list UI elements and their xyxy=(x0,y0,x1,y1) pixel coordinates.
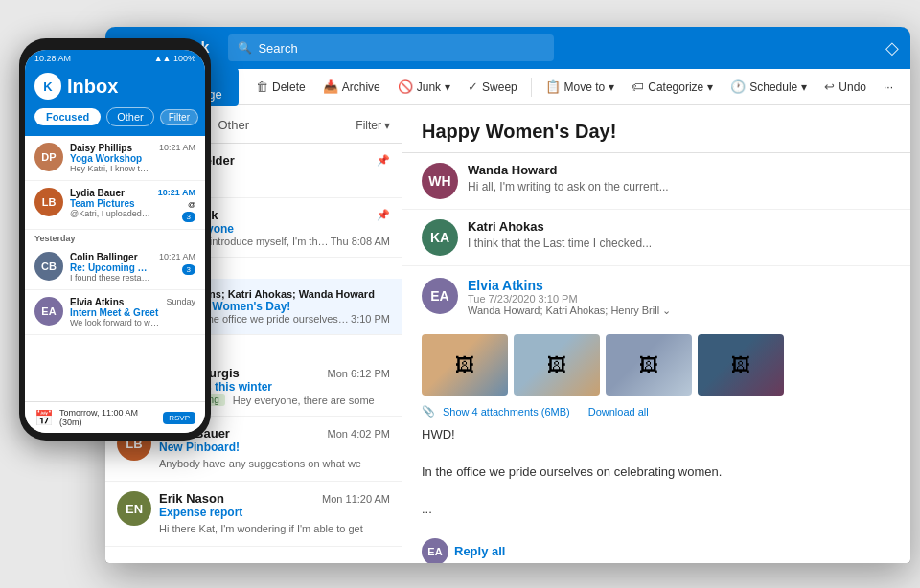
undo-label: Undo xyxy=(839,80,866,94)
sweep-icon: ✓ xyxy=(468,79,478,94)
conv-item-katri[interactable]: KA Katri Ahokas I think that the Last ti… xyxy=(402,210,910,266)
image-attachments: 🖼 🖼 🖼 🖼 xyxy=(422,334,891,396)
search-icon: 🔍 xyxy=(238,41,252,55)
phone-footer-icon: 📅 xyxy=(34,409,54,427)
conv-to-expand-icon: ⌄ xyxy=(662,305,671,316)
avatar-wanda: WH xyxy=(422,163,458,199)
conv-sender-info: Elvia Atkins Tue 7/23/2020 3:10 PM Wanda… xyxy=(468,278,671,325)
attachment-paperclip-icon: 📎 xyxy=(422,405,435,418)
move-to-label: Move to xyxy=(564,80,606,94)
phone-mail-time-elvia: Sunday xyxy=(166,297,196,306)
phone-tab-other[interactable]: Other xyxy=(106,107,154,126)
phone-header: K Inbox Focused Other Filter xyxy=(25,65,205,136)
conv-content-katri: Katri Ahokas I think that the Last time … xyxy=(468,219,891,251)
phone-mail-subject-daisy: Yoga Workshop xyxy=(70,153,152,164)
conv-sender-name: Elvia Atkins xyxy=(468,278,671,293)
search-bar[interactable]: 🔍 Search xyxy=(228,34,554,61)
body-line-3: ... xyxy=(422,500,891,519)
search-placeholder: Search xyxy=(258,41,297,56)
phone-count-badge-colin: 3 xyxy=(182,264,196,275)
delete-button[interactable]: 🗑 Delete xyxy=(248,76,313,98)
phone-profile-avatar: K xyxy=(34,73,61,100)
email-time-6: Mon 11:20 AM xyxy=(322,493,390,505)
conv-sender-date: Tue 7/23/2020 3:10 PM xyxy=(468,293,671,305)
email-item-6[interactable]: EN Erik Nason Mon 11:20 AM Expense repor… xyxy=(105,482,402,547)
phone-filter-btn[interactable]: Filter xyxy=(160,109,198,125)
tab-other[interactable]: Other xyxy=(208,114,259,136)
phone-rsvp-button[interactable]: RSVP xyxy=(163,412,196,424)
archive-label: Archive xyxy=(342,80,380,94)
mobile-phone: 10:28 AM ▲▲ 100% K Inbox Focused Other F… xyxy=(19,38,211,441)
schedule-button[interactable]: 🕐 Schedule ▾ xyxy=(723,76,815,98)
delete-icon: 🗑 xyxy=(256,79,268,94)
email-preview-6: Hi there Kat, I'm wondering if I'm able … xyxy=(159,523,363,534)
archive-button[interactable]: 📥 Archive xyxy=(315,76,388,98)
desktop-screen: Outlook 🔍 Search ◇ ☰ ✏ New message 🗑 Del… xyxy=(105,27,910,563)
filter-button[interactable]: Filter ▾ xyxy=(356,119,390,132)
phone-mail-item-daisy[interactable]: DP Daisy Phillips Yoga Workshop Hey Katr… xyxy=(25,136,205,181)
phone-inbox-title: K Inbox xyxy=(34,73,196,100)
phone-signal: ▲▲ 100% xyxy=(154,54,196,63)
attachment-separator xyxy=(578,406,581,418)
reading-pane-header: Happy Women's Day! xyxy=(402,105,910,153)
move-to-icon: 📋 xyxy=(545,79,561,94)
show-attachments-link[interactable]: Show 4 attachments (6MB) xyxy=(443,406,570,418)
conv-expanded-elvia: EA Elvia Atkins Tue 7/23/2020 3:10 PM Wa… xyxy=(402,266,910,531)
phone-mail-item-elvia[interactable]: EA Elvia Atkins Intern Meet & Greet We l… xyxy=(25,290,205,335)
avatar-erik: EN xyxy=(117,491,151,526)
phone-mail-content-colin: Colin Ballinger Re: Upcoming Trip I foun… xyxy=(70,252,152,283)
phone-mail-item-colin[interactable]: CB Colin Ballinger Re: Upcoming Trip I f… xyxy=(25,245,205,290)
categorize-button[interactable]: 🏷 Categorize ▾ xyxy=(624,76,721,98)
conv-name-katri: Katri Ahokas xyxy=(468,219,544,234)
reply-all-button[interactable]: EA Reply all xyxy=(402,531,910,564)
img-thumb-4: 🖼 xyxy=(698,334,784,396)
more-icon: ··· xyxy=(884,80,893,94)
filter-dropdown-icon: ▾ xyxy=(384,119,390,132)
move-to-button[interactable]: 📋 Move to ▾ xyxy=(538,76,623,98)
diamond-icon: ◇ xyxy=(886,37,899,58)
schedule-label: Schedule xyxy=(749,80,797,94)
phone-mail-time-lydia: 10:21 AM xyxy=(158,188,196,197)
phone-footer-text: Tomorrow, 11:00 AM (30m) xyxy=(59,408,157,427)
phone-footer: 📅 Tomorrow, 11:00 AM (30m) RSVP xyxy=(25,401,205,433)
phone-mail-subject-lydia: Team Pictures xyxy=(70,198,151,209)
phone-mail-content-lydia: Lydia Bauer Team Pictures @Katri, I uplo… xyxy=(70,188,151,218)
desktop-frame: Outlook 🔍 Search ◇ ☰ ✏ New message 🗑 Del… xyxy=(105,27,910,563)
phone-mail-time-daisy: 10:21 AM xyxy=(159,143,196,152)
phone-mail-preview-elvia: We look forward to welcoming our fall in… xyxy=(70,318,159,328)
phone-avatar-daisy: DP xyxy=(34,143,63,171)
email-time-4: Mon 6:12 PM xyxy=(328,368,390,379)
toolbar-divider-1 xyxy=(531,78,532,97)
email-time-2: Thu 8:08 AM xyxy=(331,236,390,247)
undo-button[interactable]: ↩ Undo xyxy=(816,76,874,98)
email-content-6: Erik Nason Mon 11:20 AM Expense report H… xyxy=(159,491,390,536)
phone-mail-item-lydia[interactable]: LB Lydia Bauer Team Pictures @Katri, I u… xyxy=(25,181,205,230)
outlook-toolbar: ☰ ✏ New message 🗑 Delete 📥 Archive 🚫 Jun… xyxy=(105,69,910,105)
more-button[interactable]: ··· xyxy=(876,77,901,98)
junk-dropdown-icon: ▾ xyxy=(445,80,450,94)
phone-mail-name-elvia: Elvia Atkins xyxy=(70,297,159,307)
conv-item-wanda[interactable]: WH Wanda Howard Hi all, I'm writing to a… xyxy=(402,153,910,210)
phone-lydia-right: 10:21 AM @ 3 xyxy=(158,188,196,222)
phone-colin-right: 10:21 AM 3 xyxy=(159,252,196,275)
archive-icon: 📥 xyxy=(323,79,338,94)
phone-mail-content-daisy: Daisy Phillips Yoga Workshop Hey Katri, … xyxy=(70,143,152,173)
pin-icon-1: 📌 xyxy=(377,154,390,167)
body-line-1: HWD! xyxy=(422,425,891,444)
download-all-link[interactable]: Download all xyxy=(588,406,649,418)
attachment-bar: 📎 Show 4 attachments (6MB) Download all xyxy=(422,405,891,418)
sweep-button[interactable]: ✓ Sweep xyxy=(460,76,525,98)
phone-mail-subject-elvia: Intern Meet & Greet xyxy=(70,307,159,318)
categorize-dropdown-icon: ▾ xyxy=(707,80,713,94)
phone-status-bar: 10:28 AM ▲▲ 100% xyxy=(25,50,205,65)
conv-content-wanda: Wanda Howard Hi all, I'm writing to ask … xyxy=(468,163,891,194)
img-thumb-3: 🖼 xyxy=(606,334,692,396)
conv-body: HWD! In the office we pride ourselves on… xyxy=(422,425,891,519)
phone-screen: 10:28 AM ▲▲ 100% K Inbox Focused Other F… xyxy=(25,50,205,433)
phone-tab-focused[interactable]: Focused xyxy=(34,108,101,125)
junk-button[interactable]: 🚫 Junk ▾ xyxy=(390,76,458,98)
outlook-main: Focused Other Filter ▾ IF Isaac Fielder … xyxy=(105,105,910,563)
conv-to: Wanda Howard; Katri Ahokas; Henry Brill … xyxy=(468,305,671,317)
email-time-3: 3:10 PM xyxy=(351,313,390,325)
junk-label: Junk xyxy=(417,80,441,94)
